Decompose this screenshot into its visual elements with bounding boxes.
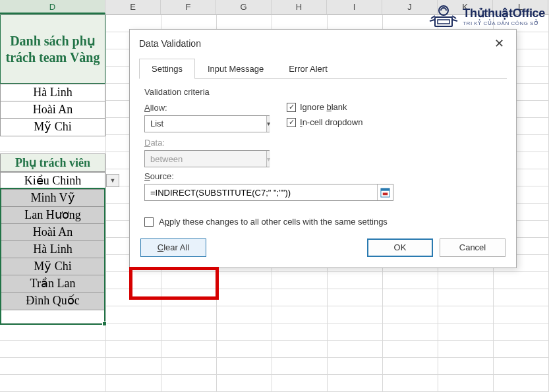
cell[interactable]: Lan Hương [1, 207, 105, 224]
watermark-title: ThủthuậtOffice [463, 6, 545, 20]
data-validation-dialog: Data Validation ✕ SettingsInput MessageE… [129, 29, 517, 268]
tab-input-message[interactable]: Input Message [195, 59, 276, 79]
column-header-E[interactable]: E [105, 0, 161, 14]
allow-label: Allow: [144, 103, 270, 113]
source-input-wrap [144, 184, 393, 201]
data-label: Data: [144, 138, 502, 148]
cell[interactable]: Hoài An [1, 224, 105, 241]
ok-button[interactable]: OK [367, 238, 433, 257]
data-combo: ▾ [144, 150, 270, 167]
svg-rect-4 [438, 20, 449, 24]
svg-line-7 [430, 20, 434, 21]
cell[interactable]: Đình Quốc [1, 293, 105, 310]
cell[interactable]: Hà Linh [1, 84, 105, 101]
section-header[interactable]: Phụ trách viên [0, 154, 105, 172]
data-input [145, 151, 266, 167]
cell[interactable]: Kiều Chinh▼ [1, 173, 105, 190]
svg-rect-1 [381, 188, 390, 190]
clear-all-button[interactable]: Clear All [140, 238, 206, 257]
tab-error-alert[interactable]: Error Alert [276, 59, 340, 79]
cell-dropdown-icon[interactable]: ▼ [106, 174, 119, 187]
watermark-sub: TRI KỶ CỦA DÂN CÔNG SỞ [463, 20, 545, 26]
close-icon[interactable]: ✕ [492, 36, 507, 51]
allow-input[interactable] [145, 116, 266, 132]
cell[interactable]: Mỹ Chi [1, 119, 105, 136]
fill-handle[interactable] [102, 322, 107, 326]
criteria-label: Validation criteria [144, 87, 502, 97]
svg-rect-2 [383, 192, 388, 195]
allow-combo[interactable]: ▾ [144, 115, 270, 132]
column-header-F[interactable]: F [161, 0, 216, 14]
cell[interactable]: Mỹ Chi [1, 258, 105, 275]
source-input[interactable] [145, 184, 377, 200]
watermark: ThủthuậtOffice TRI KỶ CỦA DÂN CÔNG SỞ [428, 3, 545, 29]
cell[interactable]: Hoài An [1, 101, 105, 119]
column-header-H[interactable]: H [272, 0, 327, 14]
cancel-button[interactable]: Cancel [440, 238, 506, 257]
ignore-blank-checkbox[interactable]: ✓Ignore blank [287, 102, 362, 112]
cell[interactable]: Hà Linh [1, 241, 105, 258]
column-header-G[interactable]: G [216, 0, 272, 14]
source-label: Source: [144, 171, 502, 181]
svg-line-9 [453, 20, 457, 21]
range-picker-icon[interactable] [377, 184, 393, 200]
column-header-I[interactable]: I [327, 0, 382, 14]
incell-dropdown-checkbox[interactable]: ✓In-cell dropdown [287, 117, 362, 127]
tab-settings[interactable]: Settings [139, 59, 195, 79]
cell[interactable]: Trần Lan [1, 275, 105, 293]
column-header-D[interactable]: D [0, 0, 105, 14]
dialog-title: Data Validation [139, 38, 201, 49]
apply-changes-checkbox[interactable]: Apply these changes to all other cells w… [144, 217, 502, 227]
title-cell[interactable]: Danh sách phụ trách team Vàng [0, 14, 105, 84]
cell[interactable]: Minh Vỹ [1, 190, 105, 207]
chevron-down-icon[interactable]: ▾ [266, 116, 270, 132]
chevron-down-icon: ▾ [266, 151, 270, 167]
